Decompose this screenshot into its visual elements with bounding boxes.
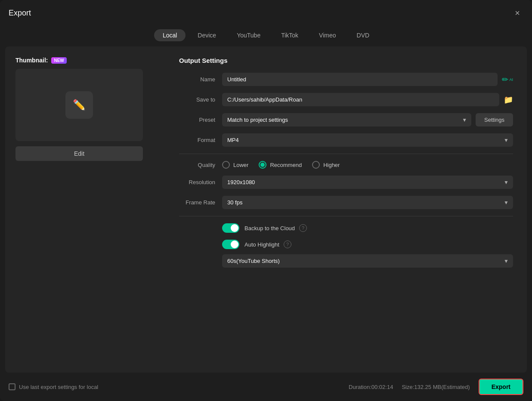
resolution-control-area: 1920x1080 ▼	[222, 176, 513, 189]
quality-radio-group: Lower Recommend Higher	[222, 161, 340, 169]
auto-highlight-toggle-row: Auto Highlight ?	[179, 240, 513, 249]
save-to-input[interactable]	[222, 93, 499, 106]
format-control-area: MP4 ▼	[222, 133, 513, 147]
tab-dvd[interactable]: DVD	[348, 29, 378, 41]
footer-right: Duration:00:02:14 Size:132.25 MB(Estimat…	[349, 379, 523, 395]
name-input[interactable]	[222, 73, 498, 86]
quality-row: Quality Lower Recommend Higher	[179, 161, 513, 169]
quality-higher-label: Higher	[323, 162, 340, 168]
last-settings-label: Use last export settings for local	[19, 384, 98, 390]
tabs-bar: Local Device YouTube TikTok Vimeo DVD	[0, 26, 532, 46]
name-row: Name ✏AI	[179, 73, 513, 86]
backup-label-area: Backup to the Cloud ?	[244, 224, 307, 232]
divider-2	[179, 216, 513, 216]
frame-rate-row: Frame Rate 30 fps ▼	[179, 196, 513, 209]
quality-higher[interactable]: Higher	[312, 161, 340, 169]
size-label: Size:	[402, 384, 414, 390]
checkbox-wrap: Use last export settings for local	[9, 383, 98, 390]
format-label: Format	[179, 137, 222, 143]
auto-highlight-toggle[interactable]	[222, 240, 239, 249]
preset-select[interactable]: Match to project settings	[222, 113, 471, 126]
ai-icon[interactable]: ✏AI	[502, 75, 513, 84]
dialog-header: Export ×	[0, 0, 532, 26]
resolution-label: Resolution	[179, 179, 222, 185]
backup-help-icon[interactable]: ?	[299, 224, 307, 232]
tab-youtube[interactable]: YouTube	[228, 29, 269, 41]
name-control-area: ✏AI	[222, 73, 513, 86]
resolution-row: Resolution 1920x1080 ▼	[179, 176, 513, 189]
auto-highlight-label-area: Auto Highlight ?	[244, 241, 291, 248]
export-button[interactable]: Export	[479, 379, 523, 395]
tab-vimeo[interactable]: Vimeo	[310, 29, 344, 41]
footer-left: Use last export settings for local	[9, 383, 98, 390]
left-panel: Thumbnail: NEW ✏️ Edit	[5, 46, 169, 373]
quality-recommend-radio[interactable]	[259, 161, 266, 169]
resolution-select-wrap: 1920x1080 ▼	[222, 176, 513, 189]
auto-highlight-toggle-label: Auto Highlight	[244, 241, 279, 248]
duration-value: 00:02:14	[371, 384, 393, 390]
backup-toggle-label: Backup to the Cloud	[244, 225, 295, 231]
ai-pencil: ✏	[502, 75, 508, 84]
section-title: Output Settings	[179, 57, 513, 64]
dialog-title: Export	[9, 9, 31, 18]
quality-lower-label: Lower	[233, 162, 248, 168]
divider-1	[179, 154, 513, 154]
tab-device[interactable]: Device	[189, 29, 225, 41]
right-panel: Output Settings Name ✏AI Save to 📁	[169, 46, 527, 373]
last-settings-checkbox[interactable]	[9, 383, 15, 390]
format-select[interactable]: MP4	[222, 133, 513, 147]
quality-recommend-label: Recommend	[270, 162, 302, 168]
folder-icon[interactable]: 📁	[504, 95, 513, 105]
settings-button[interactable]: Settings	[476, 113, 513, 126]
resolution-select[interactable]: 1920x1080	[222, 176, 513, 189]
save-to-label: Save to	[179, 96, 222, 103]
frame-rate-select-wrap: 30 fps ▼	[222, 196, 513, 209]
shorts-select-wrap: 60s(YouTube Shorts) ▼	[222, 254, 513, 268]
content-area: Thumbnail: NEW ✏️ Edit Output Settings N…	[5, 46, 527, 373]
thumbnail-preview: ✏️	[15, 69, 143, 141]
preset-row: Preset Match to project settings ▼ Setti…	[179, 113, 513, 126]
backup-toggle-row: Backup to the Cloud ?	[179, 223, 513, 233]
pencil-icon: ✏️	[73, 99, 86, 111]
preset-select-wrap: Match to project settings ▼	[222, 113, 471, 126]
frame-rate-control-area: 30 fps ▼	[222, 196, 513, 209]
preset-label: Preset	[179, 117, 222, 123]
save-to-row: Save to 📁	[179, 93, 513, 106]
shorts-select[interactable]: 60s(YouTube Shorts)	[222, 254, 513, 268]
thumbnail-label-text: Thumbnail:	[15, 57, 48, 64]
shorts-row: 60s(YouTube Shorts) ▼	[179, 254, 513, 268]
thumbnail-icon-wrap: ✏️	[65, 91, 93, 119]
duration-info: Duration:00:02:14	[349, 384, 393, 390]
save-to-control-area: 📁	[222, 93, 513, 106]
size-value: 132.25 MB(Estimated)	[414, 384, 470, 390]
thumbnail-label: Thumbnail: NEW	[15, 57, 158, 64]
dialog-footer: Use last export settings for local Durat…	[0, 373, 532, 401]
backup-toggle[interactable]	[222, 223, 239, 233]
duration-label: Duration:	[349, 384, 371, 390]
tab-local[interactable]: Local	[154, 29, 186, 41]
auto-highlight-help-icon[interactable]: ?	[284, 241, 291, 248]
format-select-wrap: MP4 ▼	[222, 133, 513, 147]
tab-tiktok[interactable]: TikTok	[272, 29, 307, 41]
auto-highlight-toggle-thumb	[231, 241, 238, 248]
quality-lower-radio[interactable]	[222, 161, 230, 169]
quality-label: Quality	[179, 162, 222, 168]
edit-button[interactable]: Edit	[15, 146, 143, 161]
backup-toggle-thumb	[231, 224, 238, 232]
frame-rate-select[interactable]: 30 fps	[222, 196, 513, 209]
export-dialog: Export × Local Device YouTube TikTok Vim…	[0, 0, 532, 401]
format-row: Format MP4 ▼	[179, 133, 513, 147]
frame-rate-label: Frame Rate	[179, 199, 222, 206]
preset-control-area: Match to project settings ▼ Settings	[222, 113, 513, 126]
name-label: Name	[179, 76, 222, 83]
quality-higher-radio[interactable]	[312, 161, 320, 169]
quality-recommend[interactable]: Recommend	[259, 161, 302, 169]
quality-lower[interactable]: Lower	[222, 161, 248, 169]
close-button[interactable]: ×	[511, 7, 523, 19]
size-info: Size:132.25 MB(Estimated)	[402, 384, 470, 390]
new-badge: NEW	[51, 57, 66, 64]
